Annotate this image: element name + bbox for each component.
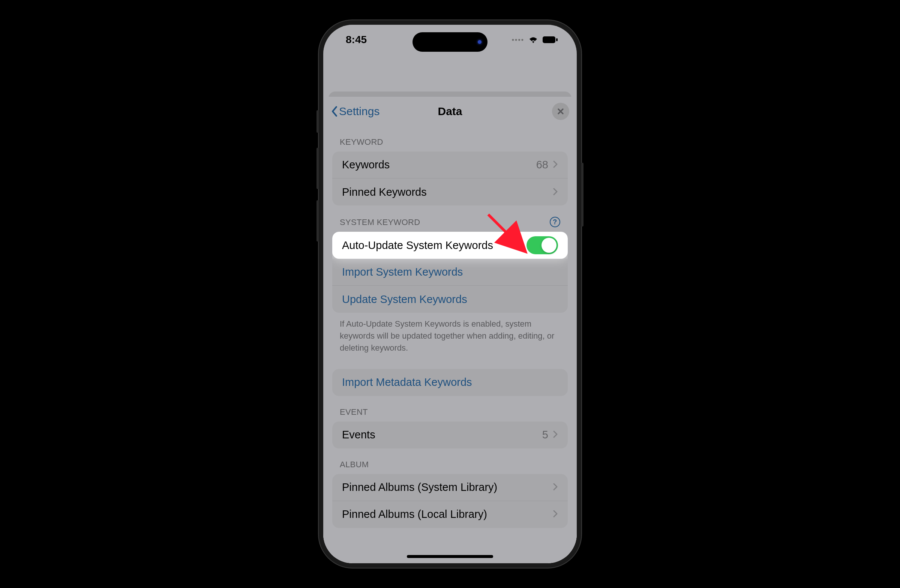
back-button[interactable]: Settings: [331, 105, 380, 118]
modal-sheet: Settings Data KEYWORD Keywords 68: [323, 97, 577, 563]
row-label: Pinned Keywords: [342, 186, 427, 199]
battery-icon: [542, 36, 558, 43]
volume-up-button: [317, 148, 319, 189]
chevron-right-icon: [553, 508, 558, 520]
row-label: Auto-Update System Keywords: [342, 239, 493, 251]
row-label: Pinned Albums (Local Library): [342, 508, 487, 520]
chevron-right-icon: [553, 429, 558, 441]
chevron-left-icon: [331, 106, 338, 117]
section-header-event: EVENT: [332, 396, 568, 422]
row-label: Import Metadata Keywords: [342, 376, 472, 388]
close-icon: [557, 108, 564, 115]
side-button: [317, 110, 319, 133]
section-header-keyword: KEYWORD: [332, 126, 568, 152]
row-label: Keywords: [342, 158, 389, 171]
row-label: Import System Keywords: [342, 266, 463, 278]
help-icon[interactable]: ?: [550, 217, 560, 227]
group-system-keyword: Auto-Update System Keywords Import Syste…: [332, 232, 568, 313]
row-import-metadata-keywords[interactable]: Import Metadata Keywords: [332, 369, 568, 396]
group-metadata: Import Metadata Keywords: [332, 369, 568, 396]
volume-down-button: [317, 200, 319, 242]
group-keyword: Keywords 68 Pinned Keywords: [332, 152, 568, 205]
group-album: Pinned Albums (System Library) Pinned Al…: [332, 474, 568, 528]
row-label: Pinned Albums (System Library): [342, 481, 497, 493]
row-auto-update-system-keywords: Auto-Update System Keywords: [332, 232, 568, 259]
section-header-album: ALBUM: [332, 448, 568, 474]
row-value: 5: [542, 429, 548, 441]
chevron-right-icon: [553, 158, 558, 171]
wifi-icon: [528, 36, 538, 44]
screen: 8:45 •••• Settings Data: [323, 25, 577, 563]
row-import-system-keywords[interactable]: Import System Keywords: [332, 259, 568, 286]
power-button: [581, 163, 583, 227]
chevron-right-icon: [553, 186, 558, 199]
auto-update-toggle[interactable]: [526, 236, 558, 254]
row-events[interactable]: Events 5: [332, 422, 568, 448]
svg-rect-1: [556, 38, 558, 41]
section-footer: If Auto-Update System Keywords is enable…: [332, 313, 568, 354]
phone-frame: 8:45 •••• Settings Data: [319, 20, 581, 568]
location-indicator-icon: [478, 40, 481, 44]
section-header-system-keyword: SYSTEM KEYWORD ?: [332, 205, 568, 232]
page-title: Data: [438, 105, 462, 118]
close-button[interactable]: [552, 103, 569, 120]
status-time: 8:45: [346, 34, 367, 46]
cellular-icon: ••••: [512, 36, 524, 44]
content: KEYWORD Keywords 68 Pinned Keywords: [323, 126, 577, 528]
status-right: ••••: [512, 36, 558, 44]
dynamic-island: [413, 32, 487, 52]
row-pinned-albums-local[interactable]: Pinned Albums (Local Library): [332, 501, 568, 528]
row-label: Update System Keywords: [342, 293, 467, 306]
row-value: 68: [536, 158, 548, 171]
home-indicator: [407, 555, 493, 558]
nav-bar: Settings Data: [323, 97, 577, 126]
row-pinned-keywords[interactable]: Pinned Keywords: [332, 178, 568, 205]
status-bar: 8:45 ••••: [323, 25, 577, 55]
back-label: Settings: [339, 105, 380, 118]
chevron-right-icon: [553, 481, 558, 493]
row-pinned-albums-system[interactable]: Pinned Albums (System Library): [332, 474, 568, 501]
row-keywords[interactable]: Keywords 68: [332, 152, 568, 178]
row-label: Events: [342, 429, 376, 441]
svg-rect-0: [543, 36, 556, 43]
row-update-system-keywords[interactable]: Update System Keywords: [332, 286, 568, 313]
group-event: Events 5: [332, 422, 568, 448]
